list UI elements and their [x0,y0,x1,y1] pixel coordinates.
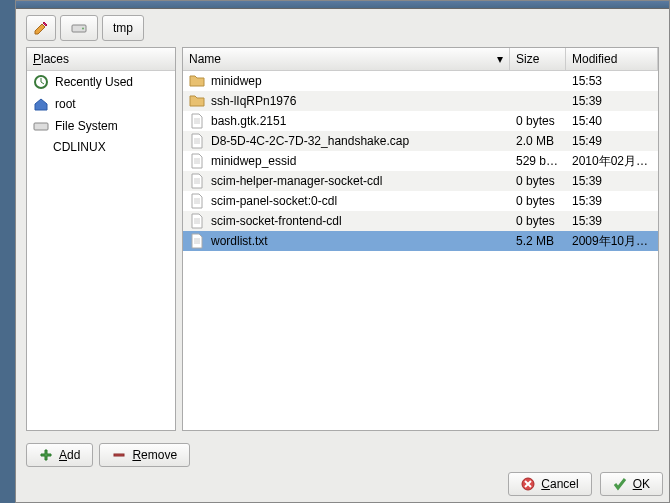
file-icon [189,213,205,229]
file-list-panel: Name ▾ Size Modified minidwep15:53ssh-lI… [182,47,659,431]
ok-icon [613,477,627,491]
file-chooser-dialog: tmp Places Recently Used root File Syste… [15,0,670,503]
remove-button[interactable]: Remove [99,443,190,467]
places-buttons: Add Remove [16,437,669,473]
file-name: bash.gtk.2151 [211,114,286,128]
file-size: 529 bytes [510,152,566,170]
add-button[interactable]: Add [26,443,93,467]
clock-icon [33,74,49,90]
file-modified: 15:53 [566,72,658,90]
svg-rect-3 [34,123,48,130]
place-recently-used[interactable]: Recently Used [27,71,175,93]
cancel-button[interactable]: Cancel [508,472,591,496]
file-size: 5.2 MB [510,232,566,250]
sort-indicator-icon: ▾ [497,52,503,66]
file-row[interactable]: bash.gtk.21510 bytes15:40 [183,111,658,131]
column-header-modified[interactable]: Modified [566,48,658,70]
cancel-label: ancel [550,477,579,491]
file-row[interactable]: D8-5D-4C-2C-7D-32_handshake.cap2.0 MB15:… [183,131,658,151]
pencil-icon [33,20,49,36]
column-header-name[interactable]: Name ▾ [183,48,510,70]
body: Places Recently Used root File System CD… [16,47,669,437]
file-name: scim-helper-manager-socket-cdl [211,174,382,188]
places-header-label: laces [41,52,69,66]
path-segment-tmp[interactable]: tmp [102,15,144,41]
place-label: CDLINUX [53,140,106,154]
path-label: tmp [113,21,133,35]
add-label: dd [67,448,80,462]
file-name: scim-panel-socket:0-cdl [211,194,337,208]
drive-icon [33,118,49,134]
file-modified: 15:39 [566,192,658,210]
place-cdlinux[interactable]: CDLINUX [27,137,175,157]
file-name: D8-5D-4C-2C-7D-32_handshake.cap [211,134,409,148]
plus-icon [39,448,53,462]
file-modified: 15:49 [566,132,658,150]
column-header-size[interactable]: Size [510,48,566,70]
file-size [510,99,566,103]
dialog-footer: Cancel OK [508,472,663,496]
file-name: minidwep_essid [211,154,296,168]
minus-icon [112,448,126,462]
folder-icon [189,93,205,109]
ok-button[interactable]: OK [600,472,663,496]
place-label: root [55,97,76,111]
file-icon [189,113,205,129]
file-modified: 2010年02月02日 [566,151,658,172]
file-icon [189,173,205,189]
file-icon [189,233,205,249]
file-row[interactable]: scim-helper-manager-socket-cdl0 bytes15:… [183,171,658,191]
svg-rect-4 [114,454,124,456]
file-row[interactable]: minidwep15:53 [183,71,658,91]
file-size [510,79,566,83]
places-header: Places [27,48,175,71]
place-label: File System [55,119,118,133]
remove-label: emove [141,448,177,462]
file-modified: 15:39 [566,172,658,190]
file-modified: 15:39 [566,92,658,110]
file-row[interactable]: minidwep_essid529 bytes2010年02月02日 [183,151,658,171]
file-row[interactable]: scim-socket-frontend-cdl0 bytes15:39 [183,211,658,231]
file-name: ssh-lIqRPn1976 [211,94,296,108]
file-list-rows: minidwep15:53ssh-lIqRPn197615:39bash.gtk… [183,71,658,430]
file-list-header: Name ▾ Size Modified [183,48,658,71]
file-modified: 2009年10月09日 [566,231,658,252]
file-icon [189,193,205,209]
file-name: scim-socket-frontend-cdl [211,214,342,228]
file-row[interactable]: wordlist.txt5.2 MB2009年10月09日 [183,231,658,251]
file-row[interactable]: ssh-lIqRPn197615:39 [183,91,658,111]
place-root[interactable]: root [27,93,175,115]
svg-point-1 [82,28,84,30]
places-panel: Places Recently Used root File System CD… [26,47,176,431]
file-size: 0 bytes [510,212,566,230]
file-name: minidwep [211,74,262,88]
file-name: wordlist.txt [211,234,268,248]
place-label: Recently Used [55,75,133,89]
home-icon [33,96,49,112]
file-size: 0 bytes [510,112,566,130]
file-icon [189,133,205,149]
titlebar [16,1,669,9]
file-size: 0 bytes [510,172,566,190]
file-row[interactable]: scim-panel-socket:0-cdl0 bytes15:39 [183,191,658,211]
file-modified: 15:39 [566,212,658,230]
file-icon [189,153,205,169]
path-segment-drive[interactable] [60,15,98,41]
drive-icon [71,20,87,36]
ok-label: K [642,477,650,491]
edit-path-button[interactable] [26,15,56,41]
cancel-icon [521,477,535,491]
toolbar: tmp [16,9,669,47]
file-size: 2.0 MB [510,132,566,150]
places-list: Recently Used root File System CDLINUX [27,71,175,430]
file-size: 0 bytes [510,192,566,210]
folder-icon [189,73,205,89]
file-modified: 15:40 [566,112,658,130]
place-filesystem[interactable]: File System [27,115,175,137]
